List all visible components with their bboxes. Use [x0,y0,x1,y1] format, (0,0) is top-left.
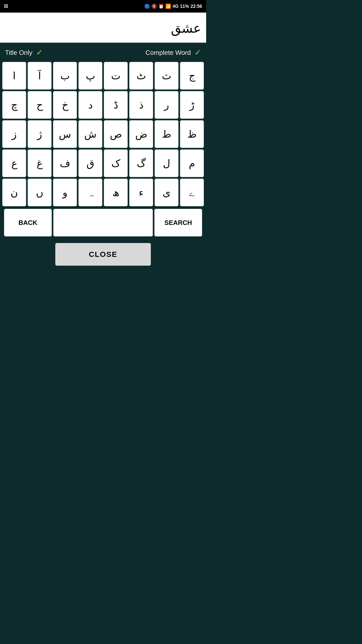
key-jeem[interactable]: ج [180,62,204,90]
key-kaf[interactable]: ک [104,149,128,177]
key-dad[interactable]: ض [129,120,153,148]
mute-icon: 🔇 [151,4,157,9]
close-button[interactable]: CLOSE [55,243,151,266]
key-chay[interactable]: چ [2,91,26,119]
key-row-5: ن ں و ہ ھ ء ی ے [4,179,202,206]
search-area: عشق [0,13,206,43]
status-right: 🔵 🔇 ⏰ 📶 4G 11% 22:56 [144,4,202,9]
complete-word-label: Complete Word [146,49,191,57]
key-ta[interactable]: ت [104,62,128,90]
title-only-option[interactable]: Title Only ✓ [5,48,103,57]
key-row-4: ع غ ف ق ک گ ل م [4,149,202,177]
key-qaf[interactable]: ق [78,149,102,177]
key-pa[interactable]: پ [78,62,102,90]
key-zal[interactable]: ذ [129,91,153,119]
key-row-3: ز ژ س ش ص ض ط ظ [4,120,202,148]
key-tta[interactable]: ٹ [129,62,153,90]
key-fa[interactable]: ف [53,149,77,177]
signal-label: 4G [172,4,178,9]
key-zha[interactable]: ژ [28,120,52,148]
key-kha[interactable]: خ [53,91,77,119]
title-only-label: Title Only [5,49,32,57]
action-row: BACK SEARCH [4,209,202,236]
key-meem[interactable]: م [180,149,204,177]
key-ba[interactable]: ب [53,62,77,90]
back-button[interactable]: BACK [4,209,52,236]
title-only-check: ✓ [36,48,43,57]
key-sad[interactable]: ص [104,120,128,148]
key-waw[interactable]: و [53,179,77,206]
battery-label: 11% [180,4,189,9]
key-zah[interactable]: ظ [180,120,204,148]
key-ddal[interactable]: ڈ [104,91,128,119]
complete-word-check: ✓ [194,48,201,57]
key-hah-goal[interactable]: ہ [78,179,102,206]
key-alef-madda[interactable]: آ [28,62,52,90]
key-row-2: چ ح خ د ڈ ذ ر ڑ [4,91,202,119]
key-ra[interactable]: ر [155,91,178,119]
key-rra[interactable]: ڑ [180,91,204,119]
key-alef[interactable]: ا [2,62,26,90]
key-noon-ghunna[interactable]: ں [28,179,52,206]
key-zayn[interactable]: ز [2,120,26,148]
gallery-icon: 🖼 [4,4,8,9]
key-dal[interactable]: د [78,91,102,119]
key-gaf[interactable]: گ [129,149,153,177]
key-seen[interactable]: س [53,120,77,148]
key-noon[interactable]: ن [2,179,26,206]
close-row: CLOSE [4,239,202,271]
search-display-text: عشق [171,21,201,38]
wifi-icon: 📶 [165,4,171,9]
key-tha[interactable]: ث [155,62,178,90]
key-ain[interactable]: ع [2,149,26,177]
key-ha[interactable]: ح [28,91,52,119]
complete-word-option[interactable]: Complete Word ✓ [103,48,201,57]
key-lam[interactable]: ل [155,149,178,177]
time-label: 22:56 [191,4,202,9]
status-left: 🖼 [4,4,8,9]
key-grid: ا آ ب پ ت ٹ ث ج چ ح خ د ڈ ذ ر ڑ ز ژ س ش … [4,62,202,206]
key-ya[interactable]: ی [155,179,178,206]
key-tah[interactable]: ط [155,120,178,148]
key-ya-barree[interactable]: ے [180,179,204,206]
bluetooth-icon: 🔵 [144,4,150,9]
search-button[interactable]: SEARCH [154,209,202,236]
key-hamza[interactable]: ء [129,179,153,206]
status-bar: 🖼 🔵 🔇 ⏰ 📶 4G 11% 22:56 [0,0,206,13]
options-row: Title Only ✓ Complete Word ✓ [4,48,202,57]
key-ghain[interactable]: غ [28,149,52,177]
key-row-1: ا آ ب پ ت ٹ ث ج [4,62,202,90]
key-do-chashmi-ha[interactable]: ھ [104,179,128,206]
key-sheen[interactable]: ش [78,120,102,148]
keyboard-panel: Title Only ✓ Complete Word ✓ ا آ ب پ ت ٹ… [0,43,206,372]
alarm-icon: ⏰ [158,4,164,9]
space-button[interactable] [53,209,153,236]
